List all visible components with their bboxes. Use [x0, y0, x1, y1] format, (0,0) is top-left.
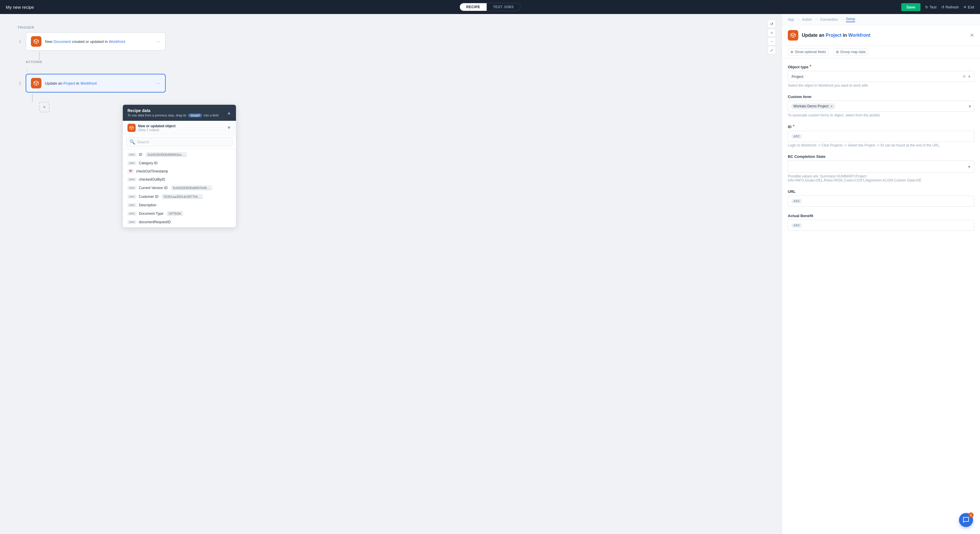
test-icon: ↻: [925, 5, 928, 10]
object-type-value: Project: [792, 75, 803, 79]
url-input-field[interactable]: ABC: [788, 196, 974, 207]
add-step-button[interactable]: +: [39, 102, 49, 112]
tab-test-jobs[interactable]: TEST JOBS: [487, 3, 520, 11]
rdp-item-current-version-id-value: 5cb50283000d9897b485dd1ff2048a77: [171, 186, 212, 190]
panel-nav-connection[interactable]: Connection: [820, 18, 838, 22]
bc-completion-dropdown-icon[interactable]: ▾: [968, 164, 970, 169]
object-type-clear-icon[interactable]: ✕: [963, 74, 966, 79]
step-2-link-project: Project: [64, 81, 75, 86]
step-1-card[interactable]: New Document created or updated in Workf…: [25, 32, 165, 51]
bc-completion-state-select[interactable]: ▾: [788, 161, 974, 173]
navbar-title: My new recipe: [6, 5, 34, 10]
rdp-header: Recipe data To use data from a previous …: [123, 105, 236, 121]
tab-recipe[interactable]: RECIPE: [460, 3, 487, 11]
rdp-item-document-request-id-name: documentRequestID: [139, 220, 171, 224]
step-1-menu[interactable]: ···: [156, 38, 161, 45]
panel-options-bar: ⊕ Show optional fields ⊞ Group map data: [782, 46, 980, 59]
fit-screen-button[interactable]: ⤢: [768, 46, 776, 54]
custom-form-multiselect[interactable]: Workato Demo Project ✕ ▾: [788, 100, 974, 112]
rdp-item-document-type-value: OPTASK: [167, 211, 183, 216]
datapill-badge: datapill: [188, 113, 202, 117]
bc-completion-state-description: Possible values are: Summary=SUMMARY,Pro…: [788, 174, 974, 182]
bc-completion-state-label: BC Completion State: [788, 155, 974, 159]
custom-form-field-section: Custom form Workato Demo Project ✕ ▾ To …: [788, 94, 974, 117]
id-input-field[interactable]: ABC: [788, 131, 974, 142]
show-optional-fields-button[interactable]: ⊕ Show optional fields: [788, 48, 829, 56]
chat-badge: 1: [968, 512, 974, 518]
panel-nav-arrow-2: →: [815, 18, 818, 22]
rdp-item-checked-out-by-id[interactable]: ABC checkedOutByID: [123, 175, 236, 183]
custom-form-label: Custom form: [788, 94, 974, 99]
rdp-item-id-type: ABC: [127, 153, 137, 157]
refresh-canvas-button[interactable]: ↺: [768, 20, 776, 28]
rdp-step-left: New or updated object (Step 1 output): [127, 124, 176, 132]
rdp-item-description[interactable]: ABC Description: [123, 201, 236, 209]
save-button[interactable]: Save: [901, 3, 921, 11]
recipe-data-search-input[interactable]: [137, 140, 229, 144]
rdp-item-id-value: 5cb50283000d98963ed6b76f80e0fce8: [146, 152, 187, 157]
trigger-step-row: 1 New Document created or updated in Wor…: [18, 32, 764, 51]
rdp-item-customer-id[interactable]: ABC Customer ID 55351aa30014e3877045967a…: [123, 192, 236, 201]
step-1-text: New Document created or updated in Workf…: [45, 40, 153, 44]
step-2-menu[interactable]: ···: [156, 80, 161, 86]
step-1-link-workfront: Workfront: [109, 40, 125, 44]
rdp-step-header: New or updated object (Step 1 output) ▼: [123, 121, 236, 135]
panel-close-button[interactable]: ✕: [970, 32, 974, 38]
object-type-select[interactable]: Project ✕ ▾: [788, 71, 974, 82]
rdp-item-checkout-timestamp-name: checkOutTimestamp: [136, 169, 168, 173]
test-link[interactable]: ↻ Test: [925, 5, 937, 10]
rdp-item-category-id[interactable]: ABC Category ID: [123, 159, 236, 167]
panel-nav-setup[interactable]: Setup: [846, 17, 855, 22]
group-map-data-button[interactable]: ⊞ Group map data: [833, 48, 868, 56]
zoom-in-button[interactable]: +: [768, 29, 776, 37]
recipe-data-panel: Recipe data To use data from a previous …: [123, 104, 236, 228]
zoom-out-button[interactable]: −: [768, 37, 776, 46]
canvas: TRIGGER 1 New Document created or update…: [0, 14, 782, 534]
rdp-item-document-type[interactable]: ABC Document Type OPTASK: [123, 209, 236, 218]
id-field-section: ID * ABC Login to Workfront -> Click Pro…: [788, 124, 974, 147]
exit-link[interactable]: ✕ Exit: [963, 5, 974, 10]
main-layout: TRIGGER 1 New Document created or update…: [0, 14, 980, 534]
rdp-collapse-button[interactable]: ▲: [227, 110, 231, 116]
refresh-link[interactable]: ↺ Refresh: [941, 5, 959, 10]
rdp-item-current-version-id[interactable]: ABC Current Version ID 5cb50283000d9897b…: [123, 183, 236, 192]
object-type-description: Select the object in Workfront you want …: [788, 83, 974, 88]
rdp-search-container: 🔍: [123, 135, 236, 149]
custom-form-dropdown-icon[interactable]: ▾: [969, 104, 971, 109]
panel-nav-app[interactable]: App: [788, 18, 794, 22]
show-optional-icon: ⊕: [791, 50, 793, 54]
right-panel: App → Action → Connection → Setup Update…: [782, 14, 980, 534]
custom-form-tag-remove[interactable]: ✕: [830, 104, 833, 108]
panel-header: Update an Project in Workfront ✕: [782, 26, 980, 46]
panel-nav-arrow-1: →: [796, 18, 800, 22]
bc-completion-state-field-section: BC Completion State ▾ Possible values ar…: [788, 155, 974, 182]
step-2-icon: [31, 78, 41, 88]
trigger-section-label: TRIGGER: [18, 26, 764, 29]
panel-header-icon: [788, 30, 798, 41]
rdp-item-document-request-id[interactable]: ABC documentRequestID: [123, 218, 236, 226]
rdp-step-icon: [127, 124, 135, 132]
object-type-required: *: [810, 64, 811, 69]
rdp-item-document-type-name: Document Type: [139, 212, 163, 216]
panel-nav-action[interactable]: Action: [802, 18, 812, 22]
refresh-icon: ↺: [941, 5, 944, 10]
rdp-item-category-id-name: Category ID: [139, 161, 158, 165]
actual-benefit-input-field[interactable]: ABC: [788, 220, 974, 231]
rdp-title: Recipe data: [127, 108, 218, 113]
navbar: My new recipe RECIPE TEST JOBS Save ↻ Te…: [0, 0, 980, 14]
panel-header-app-link: Workfront: [848, 33, 870, 38]
rdp-search-inner: 🔍: [126, 137, 232, 147]
rdp-item-checked-out-by-id-name: checkedOutByID: [139, 177, 165, 182]
actual-benefit-type-badge: ABC: [792, 223, 802, 228]
rdp-item-checked-out-by-id-type: ABC: [127, 177, 137, 182]
panel-body: Object type * Project ✕ ▾ Select the obj…: [782, 59, 980, 534]
object-type-dropdown-icon[interactable]: ▾: [968, 74, 970, 79]
rdp-subtitle: To use data from a previous step, drag i…: [127, 113, 218, 117]
rdp-step-collapse[interactable]: ▼: [227, 125, 231, 131]
step-1-number: 1: [18, 40, 22, 44]
step-2-card[interactable]: Update an Project in Workfront ···: [25, 74, 165, 92]
rdp-item-checkout-timestamp[interactable]: 📅 checkOutTimestamp: [123, 167, 236, 175]
rdp-item-id[interactable]: ABC ID 5cb50283000d98963ed6b76f80e0fce8: [123, 150, 236, 159]
chat-bubble-button[interactable]: 1: [959, 513, 973, 527]
custom-form-tag-label: Workato Demo Project: [793, 104, 829, 108]
